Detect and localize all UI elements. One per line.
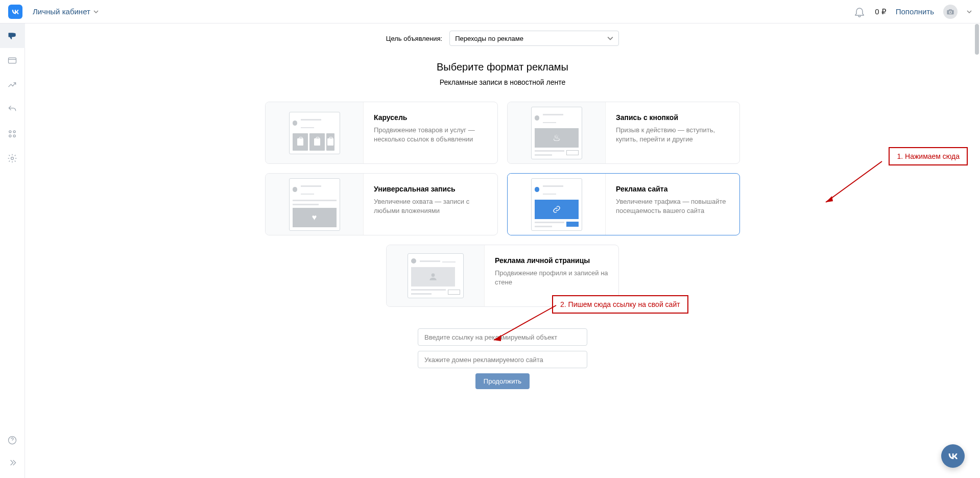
format-desc: Продвижение профиля и записей на стене [495,269,608,287]
sidebar-item-billing[interactable] [0,48,25,73]
format-desc: Призыв к действию — вступить, купить, пе… [616,126,729,144]
format-thumb: ♥ [266,174,364,235]
sidebar-item-collapse[interactable] [0,450,25,475]
account-label: Личный кабинет [33,7,90,16]
format-thumb [508,174,606,235]
format-card-site[interactable]: Реклама сайта Увеличение трафика — повыш… [507,173,740,235]
apps-icon [7,129,17,139]
format-desc: Продвижение товаров и услуг — несколько … [374,126,487,144]
undo-icon [7,104,17,114]
wallet-icon [7,55,17,65]
gear-icon [7,153,17,163]
section-title: Выберите формат рекламы [240,61,766,73]
continue-button[interactable]: Продолжить [475,373,530,389]
user-icon [428,272,438,282]
format-title: Универсальная запись [374,185,487,193]
goal-select[interactable]: Переходы по рекламе [449,31,619,46]
chart-icon [7,80,17,90]
vk-logo-icon[interactable] [8,5,22,19]
link-icon [553,205,561,213]
domain-input[interactable] [418,351,587,368]
bell-icon[interactable] [853,6,866,18]
format-thumb [266,102,364,163]
topup-link[interactable]: Пополнить [896,7,934,16]
svg-point-3 [13,131,15,133]
main-content: Цель объявления: Переходы по рекламе Выб… [25,23,980,478]
goal-row: Цель объявления: Переходы по рекламе [240,31,766,46]
sidebar-item-apps[interactable] [0,122,25,146]
svg-point-0 [949,11,951,13]
annotation-arrow-1 [822,160,883,206]
sidebar [0,23,25,478]
header: Личный кабинет 0 ₽ Пополнить [0,0,980,23]
svg-line-9 [826,161,882,202]
sidebar-item-stats[interactable] [0,73,25,97]
format-thumb [387,245,485,306]
goal-label: Цель объявления: [386,35,442,42]
goal-selected-value: Переходы по рекламе [455,35,523,42]
annotation-1: 1. Нажимаем сюда [889,147,968,165]
format-card-carousel[interactable]: Карусель Продвижение товаров и услуг — н… [265,102,498,164]
chevron-down-icon [93,9,99,14]
vk-logo-icon [947,450,959,462]
svg-point-6 [11,157,14,160]
link-input[interactable] [418,328,587,346]
header-right: 0 ₽ Пополнить [853,5,972,19]
format-title: Запись с кнопкой [616,113,729,122]
chevron-down-icon[interactable] [967,9,972,14]
chevron-down-icon [607,36,613,40]
camera-icon [946,8,954,16]
svg-rect-1 [9,58,16,63]
format-desc: Увеличение трафика — повышайте посещаемо… [616,197,729,216]
section-subtitle: Рекламные записи в новостной ленте [240,78,766,86]
vk-floating-button[interactable] [941,444,965,468]
svg-point-8 [431,273,435,277]
sidebar-item-undo[interactable] [0,97,25,122]
sidebar-item-help[interactable] [0,428,25,452]
format-title: Реклама сайта [616,185,729,193]
sidebar-item-settings[interactable] [0,146,25,171]
svg-point-4 [9,135,11,137]
help-icon [7,435,17,445]
format-desc: Увеличение охвата — записи с любыми влож… [374,197,487,216]
annotation-2: 2. Пишем сюда ссылку на свой сайт [552,295,688,314]
format-card-button[interactable]: ♨ Запись с кнопкой Призыв к действию — в… [507,102,740,164]
svg-marker-10 [826,196,833,202]
svg-point-2 [9,131,11,133]
scrollbar[interactable] [975,24,979,55]
svg-point-5 [13,135,15,137]
format-title: Реклама личной страницы [495,256,608,265]
balance-value: 0 ₽ [875,7,887,16]
format-thumb: ♨ [508,102,606,163]
format-card-universal[interactable]: ♥ Универсальная запись Увеличение охвата… [265,173,498,235]
format-title: Карусель [374,113,487,122]
account-dropdown[interactable]: Личный кабинет [33,7,99,16]
chevron-right-icon [7,458,17,468]
avatar[interactable] [943,5,958,19]
megaphone-icon [7,31,17,41]
sidebar-item-campaigns[interactable] [0,23,25,48]
